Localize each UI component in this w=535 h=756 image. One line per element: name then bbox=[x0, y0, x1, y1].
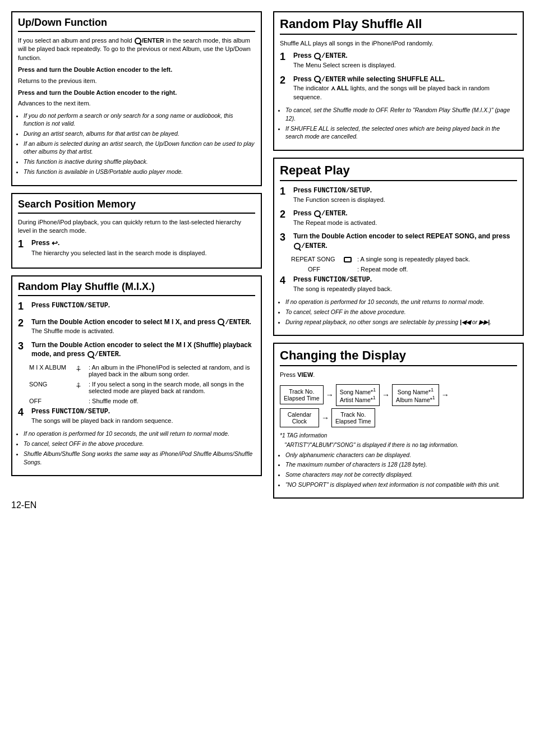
section-display: Changing the Display Press VIEW. Track N… bbox=[273, 343, 524, 499]
bullet-item: If you do not perform a search or only s… bbox=[24, 112, 255, 128]
updown-sub2-heading: Press and turn the Double Action encoder… bbox=[18, 89, 255, 97]
step-content: Turn the Double Action encoder to select… bbox=[293, 232, 517, 251]
section-shuffle-all: Random Play Shuffle All Shuffle ALL play… bbox=[273, 11, 524, 151]
display-cell: Track No.Elapsed Time bbox=[280, 385, 324, 404]
back-icon: ↩ bbox=[52, 238, 58, 248]
step-mix-2: 2 Turn the Double Action encoder to sele… bbox=[18, 317, 255, 336]
search-icon bbox=[294, 243, 301, 250]
step-content: Press /ENTER. The Repeat mode is activat… bbox=[293, 209, 517, 227]
arrow: → bbox=[441, 390, 449, 399]
search-intro: During iPhone/iPod playback, you can qui… bbox=[18, 218, 255, 236]
display-diagram: Track No.Elapsed Time → Song Name*1Artis… bbox=[280, 384, 517, 427]
step-num: 4 bbox=[18, 407, 28, 419]
search-icon bbox=[87, 351, 94, 358]
display-cell: CalendarClock bbox=[280, 408, 319, 427]
step-num: 1 bbox=[280, 186, 290, 198]
bullet-item: To cancel, set the Shuffle mode to OFF. … bbox=[285, 106, 517, 122]
step-title: Press FUNCTION/SETUP. bbox=[293, 186, 517, 196]
step-sa-1: 1 Press /ENTER. The Menu Select screen i… bbox=[280, 51, 517, 70]
step-num: 2 bbox=[280, 209, 290, 221]
section-search-position: Search Position Memory During iPhone/iPo… bbox=[11, 193, 262, 269]
step-content: Press /ENTER while selecting SHUFFLE ALL… bbox=[293, 75, 517, 102]
bullet-item: During repeat playback, no other songs a… bbox=[285, 318, 517, 326]
step-content: Press FUNCTION/SETUP. bbox=[31, 301, 255, 311]
step-title: Press FUNCTION/SETUP. bbox=[31, 301, 255, 311]
mix-desc: : An album in the iPhone/iPod is selecte… bbox=[89, 364, 255, 377]
mix-label: OFF bbox=[29, 398, 74, 404]
step-content: Press ↩. The hierarchy you selected last… bbox=[31, 238, 255, 257]
step-title: Press FUNCTION/SETUP. bbox=[293, 275, 517, 285]
repeat-bullets: If no operation is performed for 10 seco… bbox=[285, 298, 517, 326]
step-num: 3 bbox=[280, 232, 290, 244]
mix-label: M I X ALBUM bbox=[29, 364, 74, 371]
section-random-mix: Random Play Shuffle (M.I.X.) 1 Press FUN… bbox=[11, 275, 262, 476]
step-sub: The songs will be played back in random … bbox=[31, 417, 255, 425]
step-content: Turn the Double Action encoder to select… bbox=[31, 317, 255, 336]
shuffle-all-bullets: To cancel, set the Shuffle mode to OFF. … bbox=[285, 106, 517, 141]
search-icon bbox=[314, 53, 321, 59]
step-num: 2 bbox=[280, 75, 290, 87]
mix-desc: : Shuffle mode off. bbox=[89, 398, 255, 404]
updown-sub1-text: Returns to the previous item. bbox=[18, 77, 255, 85]
display-bullets: Only alphanumeric characters can be disp… bbox=[285, 451, 517, 489]
step-search-1: 1 Press ↩. The hierarchy you selected la… bbox=[18, 238, 255, 257]
bullet-item: The maximum number of characters is 128 … bbox=[285, 460, 517, 469]
repeat-label: REPEAT SONG bbox=[291, 256, 342, 262]
section-title-shuffle-all: Random Play Shuffle All bbox=[280, 17, 517, 35]
step-title: Press FUNCTION/SETUP. bbox=[31, 407, 255, 417]
shuffle-icon: ⨣ bbox=[76, 381, 86, 390]
section-title-repeat: Repeat Play bbox=[280, 163, 517, 181]
mix-bullets: If no operation is performed for 10 seco… bbox=[24, 430, 255, 466]
shuffle-all-intro: Shuffle ALL plays all songs in the iPhon… bbox=[280, 39, 517, 48]
footnote-2: "ARTIST"/"ALBUM"/"SONG" is displayed if … bbox=[280, 441, 517, 449]
bullet-item: This function is inactive during shuffle… bbox=[24, 158, 255, 166]
bullet-item: "NO SUPPORT" is displayed when text info… bbox=[285, 481, 517, 489]
step-sub: The hierarchy you selected last in the s… bbox=[31, 249, 255, 257]
display-cell: Song Name*1Artist Name*1 bbox=[336, 384, 380, 406]
step-title: Turn the Double Action encoder to select… bbox=[31, 340, 255, 360]
display-row-1: Track No.Elapsed Time → Song Name*1Artis… bbox=[280, 384, 517, 406]
section-repeat: Repeat Play 1 Press FUNCTION/SETUP. The … bbox=[273, 158, 524, 336]
footnote-1: *1 TAG information bbox=[280, 432, 517, 440]
step-sub: The Shuffle mode is activated. bbox=[31, 327, 255, 335]
repeat-desc: : A single song is repeatedly played bac… bbox=[357, 256, 517, 262]
section-title-mix: Random Play Shuffle (M.I.X.) bbox=[18, 281, 255, 296]
bullet-item: If SHUFFLE ALL is selected, the selected… bbox=[285, 125, 517, 141]
step-rp-1: 1 Press FUNCTION/SETUP. The Function scr… bbox=[280, 186, 517, 204]
repeat-desc: : Repeat mode off. bbox=[357, 266, 517, 273]
step-title: Press /ENTER. bbox=[293, 51, 517, 61]
search-icon bbox=[314, 76, 321, 82]
step-rp-4: 4 Press FUNCTION/SETUP. The song is repe… bbox=[280, 275, 517, 293]
page-num-value: 12 bbox=[11, 500, 21, 510]
section-title-display: Changing the Display bbox=[280, 348, 517, 366]
display-cell: Track No.Elapsed Time bbox=[331, 408, 375, 427]
step-title: Press ↩. bbox=[31, 238, 255, 248]
mix-label: SONG bbox=[29, 381, 74, 388]
bullet-item: Some characters may not be correctly dis… bbox=[285, 471, 517, 479]
step-title: Press /ENTER while selecting SHUFFLE ALL… bbox=[293, 75, 517, 85]
step-num: 1 bbox=[18, 238, 28, 251]
page-suffix: -EN bbox=[21, 500, 37, 510]
display-cell: Song Name*1Album Name*1 bbox=[392, 384, 439, 406]
step-sa-2: 2 Press /ENTER while selecting SHUFFLE A… bbox=[280, 75, 517, 102]
step-sub: The Repeat mode is activated. bbox=[293, 219, 517, 227]
bullet-item: To cancel, select OFF in the above proce… bbox=[24, 440, 255, 448]
step-mix-4: 4 Press FUNCTION/SETUP. The songs will b… bbox=[18, 407, 255, 425]
page-container: Up/Down Function If you select an album … bbox=[11, 11, 524, 512]
shuffle-icon: ⨣ bbox=[76, 364, 86, 374]
step-num: 1 bbox=[280, 51, 290, 63]
updown-sub1-heading: Press and turn the Double Action encoder… bbox=[18, 66, 255, 74]
search-icon bbox=[218, 319, 224, 325]
bullet-item: To cancel, select OFF in the above proce… bbox=[285, 308, 517, 316]
step-sub: The indicator ⋏ ALL lights, and the song… bbox=[293, 84, 517, 102]
updown-intro: If you select an album and press and hol… bbox=[18, 36, 255, 62]
arrow: → bbox=[321, 413, 329, 422]
bullet-item: This function is available in USB/Portab… bbox=[24, 168, 255, 176]
search-icon bbox=[314, 210, 321, 217]
step-title: Turn the Double Action encoder to select… bbox=[31, 317, 255, 328]
step-num: 3 bbox=[18, 340, 28, 353]
mix-table: M I X ALBUM ⨣ : An album in the iPhone/i… bbox=[29, 364, 255, 404]
bullet-item: If no operation is performed for 10 seco… bbox=[285, 298, 517, 306]
updown-sub2-text: Advances to the next item. bbox=[18, 99, 255, 108]
step-sub: The Function screen is displayed. bbox=[293, 196, 517, 204]
